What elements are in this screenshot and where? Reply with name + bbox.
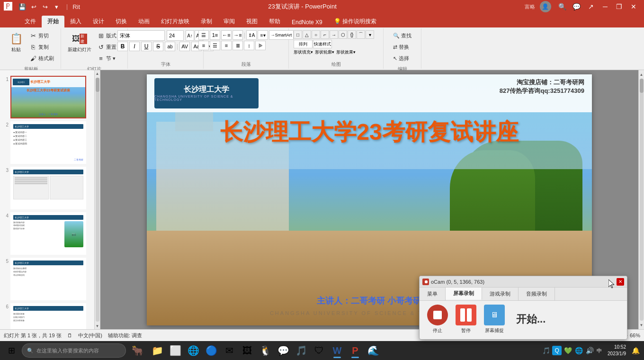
ocam-pause-button[interactable]: 暂停 bbox=[456, 305, 476, 334]
main-scroll-down[interactable]: ▼ bbox=[639, 322, 644, 328]
taskbar-app-mail[interactable]: ✉ bbox=[221, 342, 238, 359]
taskbar-app-photos[interactable]: 🖼 bbox=[239, 342, 256, 359]
taskbar-app-word[interactable]: W bbox=[329, 342, 346, 359]
slide-item-5[interactable]: 5 长沙理工大学 复试知识点整理 传热学重点内容 考点归纳总结 bbox=[2, 258, 92, 300]
slide-thumb-4[interactable]: 长沙理工大学 复试准备内容 考研复试流程 面试技巧分析 📷 bbox=[10, 212, 86, 255]
justify-button[interactable]: ≣ bbox=[233, 41, 243, 50]
tab-view[interactable]: 视图 bbox=[241, 16, 263, 27]
slide-item-1[interactable]: 1 长沙理工 长沙理工大学 长沙理工大学23考研复试讲座 主讲人：二哥考研 bbox=[2, 76, 92, 118]
search-ribbon-button[interactable]: 🔍 bbox=[556, 2, 569, 11]
slide-thumb-5[interactable]: 长沙理工大学 复试知识点整理 传热学重点内容 考点归纳总结 bbox=[10, 258, 86, 300]
notes-button[interactable]: 🗒 bbox=[67, 333, 72, 338]
shape-3[interactable]: ○ bbox=[312, 30, 320, 39]
undo-button[interactable]: ↩ bbox=[28, 1, 39, 12]
font-name-input[interactable]: 宋体 bbox=[117, 30, 165, 41]
taskbar-search[interactable]: 🔍 在这里输入你要搜索的内容 bbox=[22, 343, 126, 358]
slide-thumb-2[interactable]: 长沙理工大学 ● 复试内容一 ● 复试内容二 ● 复试内容三 ● 复试内容四 二… bbox=[10, 121, 86, 164]
line-spacing-button[interactable]: ↕ bbox=[244, 41, 254, 50]
start-button[interactable]: ⊞ bbox=[2, 342, 21, 359]
system-clock[interactable]: 10:52 2023/1/9 bbox=[605, 344, 629, 357]
shape-8[interactable]: ⌒ bbox=[357, 30, 365, 39]
align-text-button[interactable]: ≡▾ bbox=[258, 30, 268, 40]
shape-1[interactable]: □ bbox=[294, 30, 302, 39]
taskbar-app-edge[interactable]: 🌐 bbox=[185, 342, 202, 359]
slide-thumb-1[interactable]: 长沙理工 长沙理工大学 长沙理工大学23考研复试讲座 主讲人：二哥考研 bbox=[10, 76, 86, 118]
align-right-button[interactable]: ≡ bbox=[221, 41, 232, 50]
input-method[interactable]: 中 bbox=[596, 347, 603, 354]
taskbar-app-wechat[interactable]: 💬 bbox=[275, 342, 292, 359]
tray-volume[interactable]: 🔊 bbox=[585, 346, 594, 355]
ocam-tab-audio-record[interactable]: 音频录制 bbox=[519, 288, 555, 300]
taskbar-app-explorer[interactable]: 📁 bbox=[149, 342, 166, 359]
shape-more[interactable]: ▾ bbox=[366, 30, 374, 39]
share-button[interactable]: ↗ bbox=[584, 2, 598, 11]
quick-styles-button[interactable]: 快速样式 bbox=[313, 40, 332, 48]
ocam-stop-button[interactable]: 停止 bbox=[427, 305, 448, 334]
tray-qqapp[interactable]: Q bbox=[552, 346, 562, 355]
tab-home[interactable]: 开始 bbox=[42, 16, 64, 27]
main-vertical-scrollbar[interactable]: ▲ ▼ bbox=[638, 70, 644, 329]
shape-7[interactable]: {} bbox=[348, 30, 356, 39]
strikethrough-button[interactable]: S bbox=[153, 42, 163, 51]
redo-button[interactable]: ↪ bbox=[40, 1, 50, 12]
ocam-tab-menu[interactable]: 菜单 bbox=[420, 288, 446, 300]
format-painter-button[interactable]: 🖌 格式刷 bbox=[27, 53, 56, 63]
restore-button[interactable]: ❐ bbox=[613, 2, 626, 11]
ocam-tab-screen-record[interactable]: 屏幕录制 bbox=[446, 288, 482, 300]
increase-indent-button[interactable]: →≡ bbox=[233, 30, 243, 40]
tray-qqmusic[interactable]: 🎵 bbox=[541, 346, 551, 355]
slide-item-3[interactable]: 3 长沙理工大学 bbox=[2, 167, 92, 209]
main-scroll-up[interactable]: ▲ bbox=[639, 71, 644, 78]
new-slide-button[interactable]: 🖼新建 新建幻灯片 bbox=[66, 30, 93, 54]
numbering-button[interactable]: 1≡ bbox=[210, 30, 220, 40]
taskbar-app-chrome[interactable]: 🔵 bbox=[203, 342, 220, 359]
tab-slideshow[interactable]: 幻灯片放映 bbox=[155, 16, 195, 27]
align-left-button[interactable]: ≡ bbox=[198, 41, 209, 50]
taskbar-app-taskview[interactable]: ⬜ bbox=[167, 342, 184, 359]
tray-network[interactable]: 🌐 bbox=[574, 346, 583, 355]
taskbar-app-media[interactable]: 🎵 bbox=[293, 342, 310, 359]
save-button[interactable]: 💾 bbox=[17, 1, 27, 12]
scroll-up-button[interactable]: ▲ bbox=[95, 70, 100, 77]
replace-button[interactable]: ⇄ 替换 bbox=[391, 42, 411, 52]
decrease-indent-button[interactable]: ←≡ bbox=[221, 30, 232, 40]
slide-thumb-6[interactable]: 长沙理工大学 复试面试准备 自我介绍技巧 英文问答准备 bbox=[10, 303, 86, 329]
tab-review[interactable]: 审阅 bbox=[218, 16, 241, 27]
slide-thumb-3[interactable]: 长沙理工大学 bbox=[10, 167, 86, 209]
scroll-thumb[interactable] bbox=[96, 78, 99, 92]
tab-design[interactable]: 设计 bbox=[87, 16, 110, 27]
tab-insert[interactable]: 插入 bbox=[64, 16, 87, 27]
shape-6[interactable]: ⬡ bbox=[339, 30, 347, 39]
bullets-button[interactable]: ☰ bbox=[198, 30, 209, 40]
cut-button[interactable]: ✂ 剪切 bbox=[27, 30, 56, 41]
tab-transitions[interactable]: 切换 bbox=[110, 16, 133, 27]
text-direction-button[interactable]: ⇕A bbox=[246, 30, 257, 40]
main-scroll-thumb[interactable] bbox=[640, 79, 644, 93]
slide-item-6[interactable]: 6 长沙理工大学 复试面试准备 自我介绍技巧 英文问答准备 bbox=[2, 303, 92, 329]
task-view-button[interactable]: 🐂 bbox=[129, 342, 146, 359]
select-button[interactable]: ↖ 选择 bbox=[391, 53, 411, 63]
bold-button[interactable]: B bbox=[117, 42, 128, 51]
taskbar-app-browser2[interactable]: 🌊 bbox=[365, 342, 382, 359]
avatar[interactable]: 👤 bbox=[540, 1, 551, 12]
ocam-screenshot-button[interactable]: 🖥 屏幕捕捉 bbox=[484, 305, 505, 334]
copy-button[interactable]: ⎘ 复制 bbox=[27, 42, 56, 52]
close-button[interactable]: ✕ bbox=[627, 2, 640, 11]
columns-button[interactable]: ⫸ bbox=[255, 41, 266, 50]
tab-file[interactable]: 文件 bbox=[19, 16, 42, 27]
scroll-down-button[interactable]: ▼ bbox=[95, 323, 100, 329]
tab-help[interactable]: 帮助 bbox=[263, 16, 286, 27]
tab-animations[interactable]: 动画 bbox=[133, 16, 155, 27]
tray-wechat2[interactable]: 💚 bbox=[563, 346, 572, 355]
shape-4[interactable]: ⌐ bbox=[321, 30, 329, 39]
underline-button[interactable]: U bbox=[141, 42, 152, 51]
notification-button[interactable]: 🔔 bbox=[631, 346, 640, 355]
tab-endnote[interactable]: EndNote X9 bbox=[286, 17, 328, 27]
taskbar-app-antivirus[interactable]: 🛡 bbox=[311, 342, 328, 359]
comments-button[interactable]: 💬 bbox=[570, 2, 583, 11]
slide-item-2[interactable]: 2 长沙理工大学 ● 复试内容一 ● 复试内容二 ● 复试内容三 ● 复试内容四… bbox=[2, 121, 92, 164]
paste-button[interactable]: 📋 粘贴 bbox=[7, 30, 26, 54]
tab-search[interactable]: 💡 操作说明搜索 bbox=[328, 16, 382, 27]
tab-record[interactable]: 录制 bbox=[195, 16, 218, 27]
italic-button[interactable]: I bbox=[129, 42, 140, 51]
